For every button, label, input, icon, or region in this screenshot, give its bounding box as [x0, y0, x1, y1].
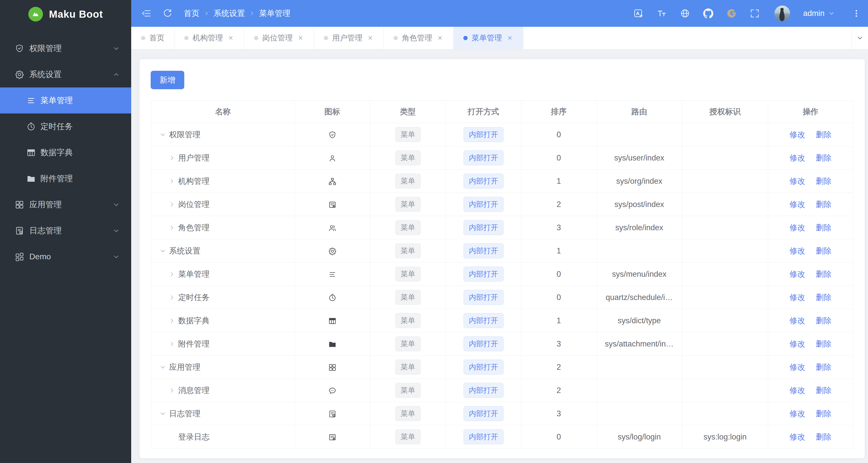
tab-overflow-button[interactable]: [851, 27, 868, 49]
menu-name: 菜单管理: [178, 269, 210, 280]
close-icon[interactable]: [437, 35, 443, 41]
edit-link[interactable]: 修改: [789, 200, 805, 209]
delete-link[interactable]: 删除: [816, 130, 832, 139]
chevron-right-icon[interactable]: [167, 201, 176, 208]
tab[interactable]: 菜单管理: [454, 27, 523, 49]
type-badge: 菜单: [395, 336, 421, 351]
sidebar-item[interactable]: 系统设置: [0, 61, 131, 88]
edit-link[interactable]: 修改: [789, 316, 805, 325]
column-header: 排序: [521, 100, 596, 123]
chevron-right-icon[interactable]: [167, 317, 176, 324]
type-badge: 菜单: [395, 406, 421, 421]
sidebar-item[interactable]: 菜单管理: [0, 88, 131, 114]
delete-link[interactable]: 删除: [816, 293, 832, 302]
chevron-right-icon[interactable]: [167, 271, 176, 278]
sidebar-item[interactable]: 应用管理: [0, 191, 131, 218]
delete-link[interactable]: 删除: [816, 339, 832, 348]
breadcrumb-item[interactable]: 首页: [184, 8, 199, 19]
avatar[interactable]: [774, 5, 790, 21]
chevron-right-icon[interactable]: [167, 294, 176, 301]
breadcrumb-item[interactable]: 菜单管理: [259, 8, 290, 19]
fullscreen-icon[interactable]: [750, 8, 760, 19]
chevron-right-icon[interactable]: [167, 178, 176, 185]
table-row: 机构管理菜单内部打开1sys/org/index修改删除: [151, 169, 853, 193]
kebab-icon[interactable]: [852, 9, 861, 18]
chevron-down-icon[interactable]: [158, 364, 167, 371]
delete-link[interactable]: 删除: [816, 270, 832, 278]
edit-link[interactable]: 修改: [789, 293, 805, 302]
tab[interactable]: 首页: [131, 27, 175, 49]
globe-icon[interactable]: [680, 8, 690, 19]
breadcrumb-item[interactable]: 系统设置: [214, 8, 245, 19]
type-badge: 菜单: [395, 150, 421, 165]
name-cell: 定时任务: [151, 292, 294, 303]
edit-link[interactable]: 修改: [789, 223, 805, 232]
delete-link[interactable]: 删除: [816, 386, 832, 395]
edit-link[interactable]: 修改: [789, 339, 805, 348]
sidebar-item[interactable]: 权限管理: [0, 35, 131, 61]
chevron-right-icon[interactable]: [167, 340, 176, 347]
open-mode-badge: 内部打开: [464, 220, 503, 235]
edit-link[interactable]: 修改: [789, 177, 805, 185]
gitee-icon[interactable]: [726, 8, 737, 19]
route-value: sys/menu/index: [596, 263, 682, 286]
edit-link[interactable]: 修改: [789, 432, 805, 441]
open-mode-badge: 内部打开: [464, 383, 503, 398]
chevron-right-icon[interactable]: [167, 154, 176, 161]
delete-link[interactable]: 删除: [816, 200, 832, 209]
sidebar-item[interactable]: 数据字典: [0, 140, 131, 165]
chevron-right-icon[interactable]: [167, 387, 176, 394]
chevron-right-icon[interactable]: [167, 224, 176, 231]
delete-link[interactable]: 删除: [816, 432, 832, 441]
edit-link[interactable]: 修改: [789, 270, 805, 278]
tab[interactable]: 用户管理: [314, 27, 384, 49]
delete-link[interactable]: 删除: [816, 363, 832, 371]
route-value: [596, 239, 682, 263]
sidebar-item[interactable]: 附件管理: [0, 165, 131, 191]
table-header-row: 名称图标类型打开方式排序路由授权标识操作: [151, 100, 853, 123]
open-mode-badge: 内部打开: [464, 127, 503, 142]
translate-icon[interactable]: [633, 8, 644, 19]
user-menu[interactable]: admin: [803, 9, 835, 18]
tab[interactable]: 角色管理: [384, 27, 454, 49]
route-value: sys/dict/type: [596, 309, 682, 332]
delete-link[interactable]: 删除: [816, 177, 832, 185]
edit-link[interactable]: 修改: [789, 130, 805, 139]
gear-icon: [328, 247, 337, 255]
name-cell: 岗位管理: [151, 199, 294, 210]
delete-link[interactable]: 删除: [816, 409, 832, 418]
chevron-down-icon[interactable]: [158, 247, 167, 254]
grid-icon: [328, 363, 337, 372]
log-check-icon: [15, 226, 24, 236]
edit-link[interactable]: 修改: [789, 153, 805, 162]
sidebar-item[interactable]: 日志管理: [0, 218, 131, 244]
delete-link[interactable]: 删除: [816, 153, 832, 162]
delete-link[interactable]: 删除: [816, 246, 832, 255]
perm-value: [682, 169, 768, 193]
chevron-down-icon[interactable]: [158, 131, 167, 138]
chevron-down-icon[interactable]: [158, 410, 167, 417]
menu-fold-icon[interactable]: [141, 8, 151, 19]
content-area: 新增 名称图标类型打开方式排序路由授权标识操作 权限管理菜单内部打开0修改删除 …: [131, 49, 868, 463]
add-button[interactable]: 新增: [151, 71, 184, 89]
font-size-icon[interactable]: [657, 8, 667, 19]
close-icon[interactable]: [506, 35, 513, 41]
sidebar-item[interactable]: 定时任务: [0, 114, 131, 140]
sidebar-item[interactable]: Demo: [0, 244, 131, 270]
github-icon[interactable]: [703, 8, 713, 19]
edit-link[interactable]: 修改: [789, 363, 805, 371]
refresh-icon[interactable]: [162, 8, 173, 19]
sidebar-item-label: 附件管理: [40, 173, 73, 184]
edit-link[interactable]: 修改: [789, 409, 805, 418]
tab[interactable]: 岗位管理: [244, 27, 314, 49]
close-icon[interactable]: [297, 35, 304, 41]
edit-link[interactable]: 修改: [789, 386, 805, 395]
delete-link[interactable]: 删除: [816, 223, 832, 232]
edit-link[interactable]: 修改: [789, 246, 805, 255]
delete-link[interactable]: 删除: [816, 316, 832, 325]
name-cell: 附件管理: [151, 339, 294, 349]
close-icon[interactable]: [227, 35, 234, 41]
close-icon[interactable]: [367, 35, 374, 41]
open-mode-badge: 内部打开: [464, 429, 503, 444]
tab[interactable]: 机构管理: [175, 27, 244, 49]
